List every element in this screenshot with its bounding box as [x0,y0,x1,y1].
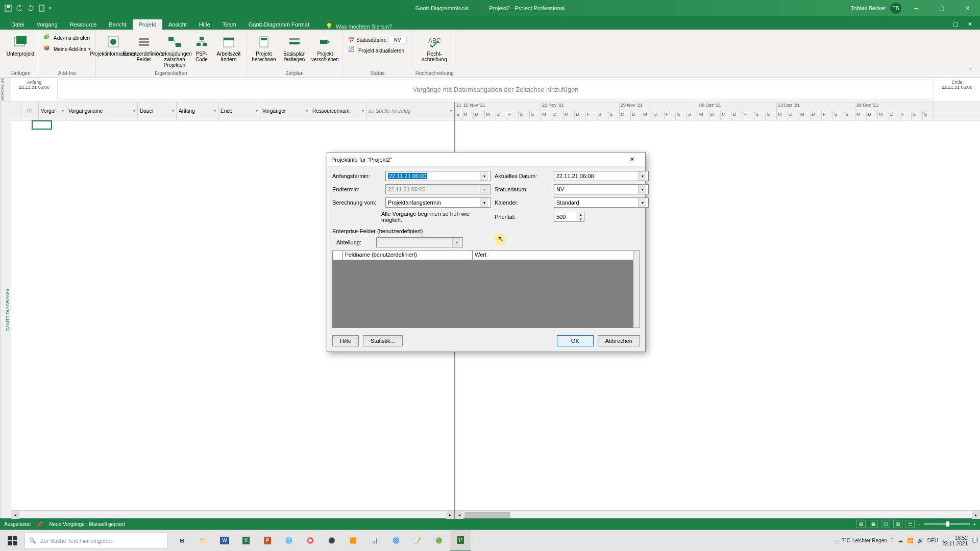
spotify-icon[interactable]: 🟢 [429,530,449,552]
word-icon[interactable]: W [214,530,235,552]
grid-hscroll[interactable]: ◂ ▸ [11,510,454,518]
language-indicator[interactable]: DEU [927,538,938,543]
scroll-thumb[interactable] [464,512,510,518]
col-end[interactable]: Ende▾ [218,102,260,120]
excel-icon[interactable]: X [236,530,256,552]
timeline-body[interactable]: Vorgänge mit Datumsangaben der Zeitachse… [57,80,934,99]
notepad-icon[interactable]: 📝 [407,530,428,552]
input-prioritat[interactable]: 500 ▴▾ [554,212,649,222]
view-side-tab[interactable]: GANTT-DIAGRAMM [0,102,11,518]
tab-datei[interactable]: Datei [5,19,31,30]
btn-statistik[interactable]: Statistik... [363,335,403,346]
col-mode[interactable]: Vorgar▾ [39,102,66,120]
dialog-titlebar[interactable]: Projektinfo für "Projekt2" ✕ [327,153,645,167]
table-body[interactable] [333,260,633,328]
col-duration[interactable]: Dauer▾ [138,102,177,120]
col-feldname[interactable]: Feldname (benutzerdefiniert) [343,251,473,260]
tell-me[interactable]: 💡 Was möchten Sie tun? [326,23,392,30]
scroll-left-icon[interactable]: ◂ [11,511,19,519]
table-vscroll[interactable] [633,251,640,328]
explorer-icon[interactable]: 📁 [193,530,213,552]
btn-hilfe[interactable]: Hilfe [332,335,359,346]
dropdown-icon[interactable]: ▾ [638,185,646,194]
tab-vorgang[interactable]: Vorgang [31,19,64,30]
btn-get-addins[interactable]: 🧩Add-Ins abrufen [41,33,92,43]
col-pred[interactable]: Vorgänger▾ [260,102,310,120]
tab-projekt[interactable]: Projekt [133,19,162,30]
minimize-icon[interactable]: ─ [905,1,927,16]
view-gantt-icon[interactable]: ▤ [856,520,866,528]
btn-baseline[interactable]: Basisplan festlegen [280,33,309,63]
weather[interactable]: 🌧️ 7°C Leichter Regen [834,538,887,543]
network-icon[interactable]: 📶 [907,538,913,543]
clock[interactable]: 18:52 22.11.2021 [942,535,968,546]
redo-icon[interactable] [27,4,35,12]
btn-ok[interactable]: OK [557,335,594,346]
zoom-in-icon[interactable]: + [973,521,976,527]
dropdown-icon[interactable]: ▾ [480,198,488,207]
ie-icon[interactable]: 🌀 [386,530,406,552]
col-indicator[interactable]: ⓘ [20,102,39,120]
app2-icon[interactable]: 📊 [364,530,385,552]
selected-cell[interactable] [32,120,52,130]
input-anfang[interactable]: 22.11.21 06:00▾ [385,171,491,181]
close-icon[interactable]: ✕ [957,1,978,16]
spin-up-icon[interactable]: ▴ [577,212,584,217]
input-status[interactable]: NV▾ [554,184,649,194]
avatar[interactable]: TB [890,3,901,14]
save-icon[interactable] [4,4,12,12]
scroll-right-icon[interactable]: ▸ [972,511,980,519]
zoom-slider[interactable] [924,523,970,525]
btn-my-addins[interactable]: 📦Meine Add-Ins▾ [41,44,92,54]
qat-customize-icon[interactable]: ▾ [49,6,52,11]
obs-icon[interactable]: ⚫ [322,530,342,552]
maximize-icon[interactable]: ▢ [931,1,952,16]
input-kalender[interactable]: Standard▾ [554,197,649,208]
taskbar-search[interactable]: 🔍 Zur Suche Text hier eingeben [24,533,167,549]
btn-move[interactable]: Projekt verschieben [311,33,339,63]
tab-ganttformat[interactable]: Gantt-Diagramm Format [242,19,315,30]
chrome-icon[interactable]: ⭕ [300,530,321,552]
view-resource-icon[interactable]: ☰ [905,520,915,528]
col-res[interactable]: Ressourcennam▾ [310,102,366,120]
new-icon[interactable] [38,4,46,12]
tab-ansicht[interactable]: Ansicht [162,19,193,30]
view-calendar-icon[interactable]: ▥ [893,520,902,528]
tab-bericht[interactable]: Bericht [103,19,132,30]
btn-worktime[interactable]: Arbeitszeit ändern [214,33,243,63]
ribbon-close-icon[interactable]: ✕ [963,18,977,30]
taskview-icon[interactable]: ⊞ [172,530,192,552]
tab-team[interactable]: Team [216,19,242,30]
tray-chevron-icon[interactable]: ˄ [891,538,894,543]
status-date-value[interactable]: NV [388,37,407,43]
col-select[interactable] [11,102,20,120]
col-name[interactable]: Vorgangsname▾ [66,102,138,120]
tab-ressource[interactable]: Ressource [64,19,103,30]
dropdown-icon[interactable]: ▾ [638,198,646,207]
view-usage-icon[interactable]: ▦ [869,520,878,528]
app-icon[interactable]: 🟧 [343,530,363,552]
undo-icon[interactable] [15,4,23,12]
spin-down-icon[interactable]: ▾ [577,217,584,221]
btn-unterprojekt[interactable]: Unterprojekt [6,33,35,58]
start-button[interactable] [0,530,24,552]
gantt-hscroll[interactable]: ◂ ▸ [455,510,980,518]
ribbon-display-icon[interactable]: ▢ [948,18,963,30]
volume-icon[interactable]: 🔊 [917,538,923,543]
input-berechnung[interactable]: Projektanfangstermin▾ [385,197,491,208]
notifications-icon[interactable]: 💬 [972,538,978,543]
view-network-icon[interactable]: ◫ [881,520,890,528]
scroll-right-icon[interactable]: ▸ [446,511,454,519]
zoom-out-icon[interactable]: − [918,521,921,527]
dialog-close-icon[interactable]: ✕ [623,154,641,166]
scroll-left-icon[interactable]: ◂ [455,511,463,519]
collapse-ribbon-icon[interactable]: ˆ [970,68,978,76]
col-wert[interactable]: Wert [473,251,633,260]
btn-calc[interactable]: Projekt berechnen [250,33,278,63]
input-aktuell[interactable]: 22.11.21 06:00▾ [554,171,649,181]
btn-update-project[interactable]: 🔄Projekt aktualisieren [346,45,409,56]
dropdown-icon[interactable]: ▾ [480,171,488,181]
onedrive-icon[interactable]: ☁ [898,538,903,543]
btn-abbrechen[interactable]: Abbrechen [598,335,640,346]
col-start[interactable]: Anfang▾ [177,102,218,120]
